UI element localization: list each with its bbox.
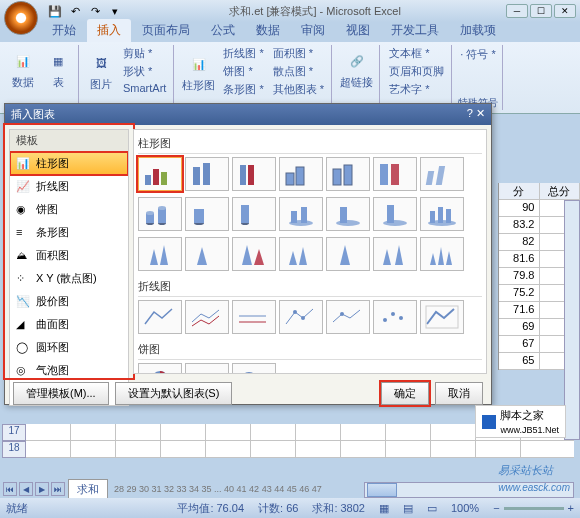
col-header[interactable]: 分: [499, 183, 540, 199]
table-button[interactable]: ▦表: [42, 45, 74, 92]
view-normal-icon[interactable]: ▦: [379, 502, 389, 515]
hyperlink-button[interactable]: 🔗超链接: [338, 45, 375, 92]
tab-formula[interactable]: 公式: [201, 19, 245, 42]
category-line[interactable]: 📈折线图: [10, 175, 128, 198]
chart-thumb[interactable]: [373, 300, 417, 334]
chart-thumb[interactable]: [420, 300, 464, 334]
ok-button[interactable]: 确定: [381, 382, 429, 405]
tab-insert[interactable]: 插入: [87, 19, 131, 42]
tab-addins[interactable]: 加载项: [450, 19, 506, 42]
restore-button[interactable]: ☐: [530, 4, 552, 18]
chart-thumb[interactable]: [279, 237, 323, 271]
vertical-scrollbar[interactable]: [564, 200, 580, 440]
cell[interactable]: 82: [499, 234, 540, 250]
row-header[interactable]: 17: [2, 424, 26, 441]
chart-thumb[interactable]: [232, 363, 276, 374]
shapes-button[interactable]: 形状 *: [120, 63, 169, 80]
scatter-chart-button[interactable]: 散点图 *: [270, 63, 327, 80]
cell[interactable]: 90: [499, 200, 540, 216]
smartart-button[interactable]: SmartArt: [120, 81, 169, 95]
chart-thumb[interactable]: [326, 157, 370, 191]
picture-button[interactable]: 🖼图片: [85, 47, 117, 94]
chart-thumb[interactable]: [185, 237, 229, 271]
row-header[interactable]: 18: [2, 441, 26, 458]
cell[interactable]: 71.6: [499, 302, 540, 318]
prev-sheet-icon[interactable]: ◀: [19, 482, 33, 496]
chart-thumb[interactable]: [373, 237, 417, 271]
dialog-help-icon[interactable]: ? ✕: [467, 107, 485, 122]
cell[interactable]: 69: [499, 319, 540, 335]
set-default-button[interactable]: 设置为默认图表(S): [115, 382, 233, 405]
chart-thumb[interactable]: [138, 157, 182, 191]
line-chart-button[interactable]: 折线图 *: [220, 45, 266, 62]
qat-redo-icon[interactable]: ↷: [86, 2, 104, 20]
textbox-button[interactable]: 文本框 *: [386, 45, 447, 62]
category-stock[interactable]: 📉股价图: [10, 290, 128, 313]
zoom-value[interactable]: 100%: [451, 502, 479, 514]
first-sheet-icon[interactable]: ⏮: [3, 482, 17, 496]
chart-thumb[interactable]: [373, 197, 417, 231]
chart-thumb[interactable]: [138, 237, 182, 271]
clipart-button[interactable]: 剪贴 *: [120, 45, 169, 62]
chart-thumb[interactable]: [232, 300, 276, 334]
cell[interactable]: 79.8: [499, 268, 540, 284]
last-sheet-icon[interactable]: ⏭: [51, 482, 65, 496]
close-button[interactable]: ✕: [554, 4, 576, 18]
col-header[interactable]: 总分: [540, 183, 581, 199]
chart-thumb[interactable]: [279, 197, 323, 231]
chart-thumb[interactable]: [420, 237, 464, 271]
headerfooter-button[interactable]: 页眉和页脚: [386, 63, 447, 80]
pie-chart-button[interactable]: 饼图 *: [220, 63, 266, 80]
chart-thumb[interactable]: [138, 363, 182, 374]
tab-review[interactable]: 审阅: [291, 19, 335, 42]
chart-thumb[interactable]: [420, 157, 464, 191]
tab-developer[interactable]: 开发工具: [381, 19, 449, 42]
view-layout-icon[interactable]: ▤: [403, 502, 413, 515]
chart-thumb[interactable]: [326, 300, 370, 334]
chart-thumb[interactable]: [420, 197, 464, 231]
chart-thumb[interactable]: [185, 363, 229, 374]
area-chart-button[interactable]: 面积图 *: [270, 45, 327, 62]
qat-save-icon[interactable]: 💾: [46, 2, 64, 20]
chart-thumb[interactable]: [232, 237, 276, 271]
manage-templates-button[interactable]: 管理模板(M)...: [13, 382, 109, 405]
chart-thumb[interactable]: [326, 237, 370, 271]
category-area[interactable]: ⛰面积图: [10, 244, 128, 267]
chart-thumb[interactable]: [185, 197, 229, 231]
chart-thumb[interactable]: [185, 157, 229, 191]
wordart-button[interactable]: 艺术字 *: [386, 81, 447, 98]
zoom-slider[interactable]: [504, 507, 564, 510]
chart-thumb[interactable]: [232, 157, 276, 191]
zoom-out-icon[interactable]: −: [493, 502, 499, 514]
view-break-icon[interactable]: ▭: [427, 502, 437, 515]
chart-thumb[interactable]: [279, 300, 323, 334]
cell[interactable]: 81.6: [499, 251, 540, 267]
office-button[interactable]: [4, 1, 38, 35]
category-bubble[interactable]: ◎气泡图: [10, 359, 128, 382]
category-surface[interactable]: ◢曲面图: [10, 313, 128, 336]
category-column[interactable]: 📊柱形图: [10, 152, 128, 175]
tab-view[interactable]: 视图: [336, 19, 380, 42]
symbol-button[interactable]: · 符号 *: [458, 45, 497, 64]
chart-thumb[interactable]: [326, 197, 370, 231]
other-chart-button[interactable]: 其他图表 *: [270, 81, 327, 98]
tab-home[interactable]: 开始: [42, 19, 86, 42]
category-bar[interactable]: ≡条形图: [10, 221, 128, 244]
category-doughnut[interactable]: ◯圆环图: [10, 336, 128, 359]
minimize-button[interactable]: ─: [506, 4, 528, 18]
chart-thumb[interactable]: [138, 197, 182, 231]
cell[interactable]: 67: [499, 336, 540, 352]
cancel-button[interactable]: 取消: [435, 382, 483, 405]
chart-thumb[interactable]: [373, 157, 417, 191]
next-sheet-icon[interactable]: ▶: [35, 482, 49, 496]
cell[interactable]: 75.2: [499, 285, 540, 301]
category-pie[interactable]: ◉饼图: [10, 198, 128, 221]
zoom-in-icon[interactable]: +: [568, 502, 574, 514]
tab-data[interactable]: 数据: [246, 19, 290, 42]
column-chart-button[interactable]: 📊柱形图: [180, 48, 217, 95]
category-scatter[interactable]: ⁘X Y (散点图): [10, 267, 128, 290]
qat-undo-icon[interactable]: ↶: [66, 2, 84, 20]
pivot-button[interactable]: 📊数据: [7, 45, 39, 92]
bar-chart-button[interactable]: 条形图 *: [220, 81, 266, 98]
chart-thumb[interactable]: [138, 300, 182, 334]
